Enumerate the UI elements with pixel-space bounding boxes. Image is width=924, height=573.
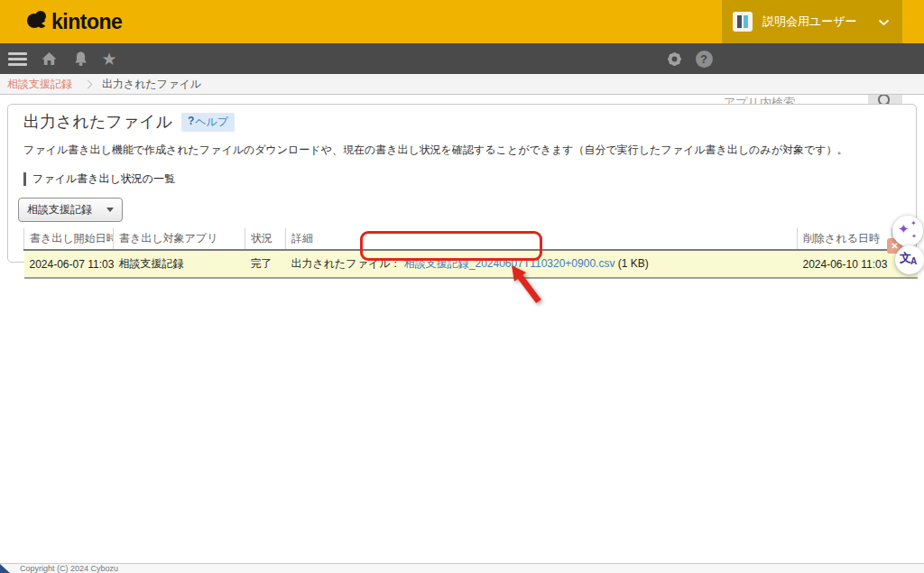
sparkle-tiny-icon: ✦ [911,233,917,239]
table-header-row: 書き出し開始日時 書き出し対象アプリ 状況 詳細 削除される日時 [24,228,918,250]
exported-file-link[interactable]: 相談支援記録_20240607T110320+0900.csv [404,257,615,270]
dropdown-caret-icon [106,208,114,212]
help-link[interactable]: ? ヘルプ [181,113,235,132]
cell-delete-datetime: 2024-06-10 11:03 [798,250,892,278]
cell-target-app: 相談支援記録 [114,250,245,278]
table-row: 2024-06-07 11:03 相談支援記録 完了 出力されたファイル： 相談… [24,250,918,278]
app-filter-dropdown[interactable]: 相談支援記録 [18,198,123,222]
detail-prefix: 出力されたファイル： [291,257,402,270]
cell-start-datetime: 2024-06-07 11:03 [24,250,114,278]
sparkle-small-icon: ✦ [910,220,917,227]
breadcrumb: 相談支援記録 出力されたファイル [0,74,924,95]
col-header-detail: 詳細 [286,228,798,250]
page-description: ファイル書き出し機能で作成されたファイルのダウンロードや、現在の書き出し状況を確… [23,143,909,158]
notification-bell-icon[interactable] [71,43,89,74]
user-menu[interactable]: 説明会用ユーザー [722,0,902,43]
question-mark-glyph: ? [696,51,713,68]
sparkle-extension-button[interactable]: ✦ ✦ ✦ [892,216,923,246]
col-header-status: 状況 [245,228,286,250]
copyright-text: Copyright (C) 2024 Cybozu [20,564,118,573]
toolbar: ★ ? [0,43,924,74]
help-question-glyph: ? [188,115,194,130]
section-header: ファイル書き出し状況の一覧 [23,171,909,187]
col-header-start-datetime: 書き出し開始日時 [24,228,114,250]
col-header-target-app: 書き出し対象アプリ [114,228,245,250]
translate-extension-button[interactable]: 文 A [895,245,924,274]
help-link-label: ヘルプ [195,115,228,130]
hamburger-menu-icon[interactable] [6,43,28,74]
home-icon[interactable] [39,43,59,74]
page-title: 出力されたファイル [23,111,172,133]
footer: Copyright (C) 2024 Cybozu [0,563,924,573]
section-bar-decoration [23,172,26,186]
favorites-star-icon[interactable]: ★ [99,43,119,74]
kintone-logo[interactable]: kintone [25,9,122,34]
export-status-table: 書き出し開始日時 書き出し対象アプリ 状況 詳細 削除される日時 2024-06… [23,228,918,279]
corner-triangle-decoration [0,564,10,573]
app-header: kintone 説明会用ユーザー [0,0,924,43]
exported-files-panel: 出力されたファイル ? ヘルプ ファイル書き出し機能で作成されたファイルのダウン… [7,104,917,263]
kintone-logo-icon [25,9,49,34]
cell-status: 完了 [245,250,286,278]
app-filter-label: 相談支援記録 [27,202,92,217]
user-avatar [733,12,753,32]
translate-icon-latin: A [910,257,917,266]
breadcrumb-current-page: 出力されたファイル [102,77,201,92]
section-title: ファイル書き出し状況の一覧 [32,171,175,187]
breadcrumb-app-link[interactable]: 相談支援記録 [7,77,72,92]
help-icon[interactable]: ? [694,43,714,74]
logo-text: kintone [51,10,122,34]
breadcrumb-chevron-icon [84,79,93,88]
cell-detail: 出力されたファイル： 相談支援記録_20240607T110320+0900.c… [286,250,798,278]
col-header-delete-datetime: 削除される日時 [798,228,892,250]
file-size: (1 KB) [618,257,649,270]
chevron-down-icon [878,14,890,30]
sparkle-icon: ✦ [898,222,910,236]
user-name: 説明会用ユーザー [762,14,857,30]
settings-gear-icon[interactable] [663,43,685,74]
